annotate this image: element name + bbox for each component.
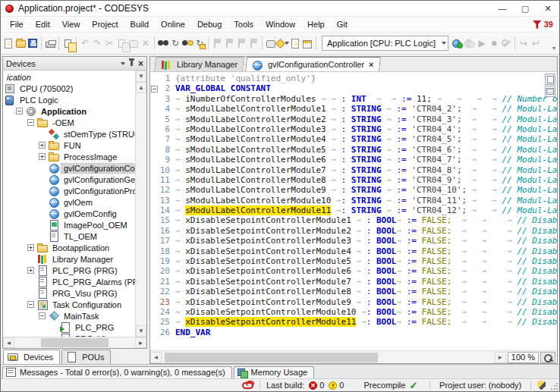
tree-item-library-manager[interactable]: Library Manager — [3, 253, 135, 265]
maximize-button[interactable]: ▢ — [514, 1, 536, 16]
delete-button[interactable]: ✕ — [140, 34, 152, 52]
expand-icon[interactable]: + — [27, 267, 34, 274]
tree-item-bootapplication[interactable]: +Bootapplication — [3, 242, 135, 253]
tree-item-tl-oem[interactable]: TL_OEM — [3, 230, 135, 242]
editor-tab-library-manager[interactable]: Library Manager — [154, 57, 244, 71]
collapse-icon[interactable]: − — [16, 108, 23, 114]
code-line-4[interactable]: 4→ sModulLabelControllerModule1 → : STRI… — [150, 104, 557, 114]
menu-tools[interactable]: Tools — [228, 18, 260, 30]
tree-item-prg-visu-prg-[interactable]: PRG_Visu (PRG) — [3, 287, 135, 299]
tree-item-stoemtype-struct-[interactable]: stOemType (STRUCT) — [3, 128, 135, 140]
code-line-15[interactable]: 15→ xDisableSetpointControllerModule1 → … — [150, 215, 557, 225]
menu-build[interactable]: Build — [124, 18, 155, 30]
close-button[interactable]: ✕ — [536, 1, 559, 16]
code-line-23[interactable]: 23→ xDisableSetpointControllerModule9 → … — [150, 297, 557, 307]
code-line-8[interactable]: 8→ sModulLabelControllerModule5 → : STRI… — [150, 145, 557, 155]
new-object-button[interactable] — [277, 34, 289, 52]
editor-annotation-button[interactable] — [545, 74, 555, 85]
blank-page-button[interactable] — [289, 34, 301, 52]
memory-usage-tab[interactable]: Memory Usage — [234, 366, 315, 378]
scroll-left-icon[interactable]: ◄ — [3, 337, 14, 348]
menu-edit[interactable]: Edit — [30, 18, 56, 30]
save-project-button[interactable] — [27, 34, 39, 52]
tree-item-processimage[interactable]: +ProcessImage — [3, 151, 135, 162]
code-line-12[interactable]: 12→ sModulLabelControllerModule9 → : STR… — [150, 185, 557, 195]
bookmark-button[interactable] — [211, 34, 223, 52]
menu-debug[interactable]: Debug — [191, 18, 228, 30]
start-button[interactable]: ▶ — [476, 34, 488, 52]
view-tab-pous[interactable]: POUs — [61, 350, 111, 364]
build-wrench-button[interactable] — [500, 34, 512, 52]
code-line-11[interactable]: 11→ sModulLabelControllerModule8 → : STR… — [150, 175, 557, 185]
code-line-18[interactable]: 18→ xDisableSetpointControllerModule4 → … — [150, 246, 557, 256]
tree-item-gvloemconfig[interactable]: gvlOemConfig — [3, 208, 135, 219]
message-count-badge[interactable]: 39 — [544, 20, 553, 29]
expand-icon[interactable]: + — [39, 153, 46, 160]
login-button[interactable] — [451, 34, 464, 52]
active-application-combobox[interactable]: Application [CPU: PLC Logic] — [322, 36, 448, 51]
resize-grip[interactable] — [550, 383, 558, 390]
menu-online[interactable]: Online — [155, 18, 191, 30]
code-line-20[interactable]: 20→ xDisableSetpointControllerModule6 → … — [150, 266, 557, 276]
print-button[interactable] — [44, 34, 56, 52]
tree-filter-dropdown[interactable]: ▼ — [136, 71, 146, 82]
messages-tab[interactable]: Messages - Total 0 error(s), 0 warning(s… — [2, 366, 232, 378]
undo-button[interactable]: ↶ — [79, 34, 91, 52]
scrollbar-thumb[interactable] — [165, 353, 378, 362]
tree-item-plc-prg-alarms-prg-[interactable]: PLC_PRG_Alarms (PRG) — [3, 276, 135, 287]
chevron-down-icon[interactable] — [442, 42, 446, 45]
panel-close-icon[interactable]: × — [138, 60, 143, 67]
scroll-down-icon[interactable]: ▼ — [136, 325, 146, 337]
scroll-left-icon[interactable]: ◄ — [150, 352, 162, 363]
tree-item-gvloem[interactable]: gvlOem — [3, 196, 135, 208]
code-line-26[interactable]: 26END_VAR — [150, 328, 557, 337]
tree-item-gvlconfigurationgenerator[interactable]: gvlConfigurationGenerator — [3, 174, 135, 185]
code-line-3[interactable]: 3→ iNumberOfControllerModules → → : INT … — [150, 94, 557, 104]
menu-git[interactable]: Git — [331, 18, 354, 30]
tree-item-plc-logic[interactable]: PLC Logic — [3, 94, 135, 105]
code-line-14[interactable]: 14→ sModulLabelControllerModule11 →: STR… — [150, 205, 557, 215]
tree-item--oem[interactable]: −-OEM — [3, 117, 135, 128]
tree-item-cpu-705002-[interactable]: CPU (705002) — [3, 83, 135, 94]
menu-help[interactable]: Help — [301, 18, 331, 30]
cut-button[interactable]: ✂ — [103, 34, 115, 52]
project-user[interactable]: Project user: (nobody) — [436, 381, 524, 390]
tree-item-plc-prg[interactable]: PLC_PRG — [3, 321, 135, 333]
stop-button[interactable]: ■ — [488, 34, 500, 52]
copy-project-button[interactable] — [61, 34, 74, 52]
open-project-button[interactable] — [14, 34, 27, 52]
code-line-16[interactable]: 16→ xDisableSetpointControllerModule2 → … — [150, 226, 557, 236]
tree-item-ication[interactable]: ication — [3, 71, 135, 83]
redo-button[interactable]: ↷ — [91, 34, 103, 52]
pin-icon[interactable] — [131, 61, 133, 66]
code-line-25[interactable]: 25→ xDisableSetpointControllerModule11 →… — [150, 317, 557, 327]
menu-project[interactable]: Project — [86, 18, 124, 30]
expand-icon[interactable]: + — [39, 142, 46, 149]
code-line-17[interactable]: 17→ xDisableSetpointControllerModule3 → … — [150, 236, 557, 246]
clear-bookmarks-button[interactable] — [247, 34, 260, 52]
editor-zoom-level[interactable]: 100 % — [508, 352, 539, 363]
previous-bookmark-button[interactable] — [223, 34, 235, 52]
fold-collapse-icon[interactable]: − — [150, 83, 159, 93]
menu-file[interactable]: File — [4, 18, 30, 30]
find-button[interactable] — [157, 34, 169, 52]
panel-menu-icon[interactable] — [121, 62, 125, 65]
tree-item-maintask[interactable]: −MainTask — [3, 310, 135, 321]
minimize-button[interactable]: — — [491, 1, 514, 16]
next-bookmark-button[interactable] — [235, 34, 247, 52]
replace-in-project-button[interactable]: ↻ — [193, 34, 206, 52]
code-line-7[interactable]: 7→ sModulLabelControllerModule4 → : STRI… — [150, 134, 557, 144]
collapse-icon[interactable]: − — [27, 119, 34, 126]
tree-item-gvlconfigurationcontroller[interactable]: gvlConfigurationController — [3, 162, 135, 174]
message-filter-icon[interactable] — [533, 20, 542, 29]
code-line-9[interactable]: 9→ sModulLabelControllerModule6 → : STRI… — [150, 155, 557, 165]
code-line-2[interactable]: −2VAR_GLOBAL CONSTANT — [150, 83, 557, 93]
step-into-button[interactable]: ↩ — [530, 34, 542, 52]
code-line-1[interactable]: 1{attribute 'qualified_only'} — [150, 74, 557, 83]
copy-button[interactable] — [115, 34, 127, 52]
tree-item-task-configuration[interactable]: −Task Configuration — [3, 299, 135, 310]
expand-icon[interactable]: + — [27, 244, 34, 251]
code-line-19[interactable]: 19→ xDisableSetpointControllerModule5 → … — [150, 256, 557, 266]
code-line-10[interactable]: 10→ sModulLabelControllerModule7 → : STR… — [150, 165, 557, 175]
editor-tab-gvlconfigurationcontroller[interactable]: gvlConfigurationController× — [245, 57, 381, 71]
